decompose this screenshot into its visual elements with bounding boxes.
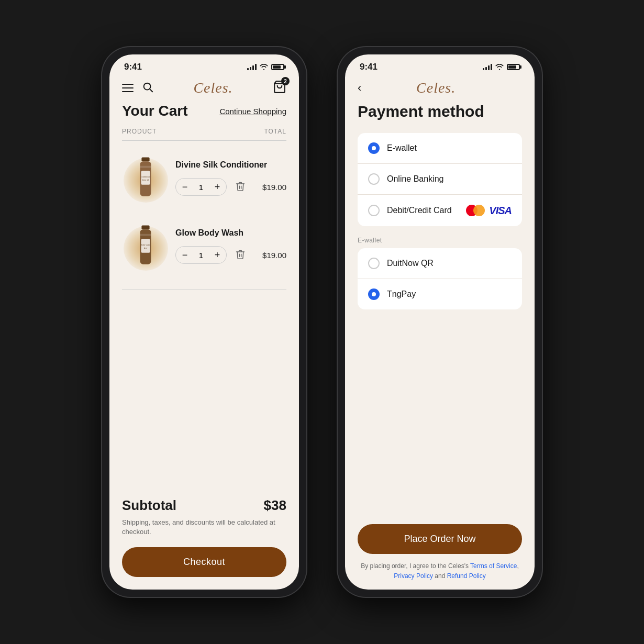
product-info-1: Divine Silk Conditioner − 1 + <box>175 160 286 196</box>
cart-phone: 9:41 <box>102 47 306 597</box>
subtotal-label: Subtotal <box>122 497 176 514</box>
payment-status-time: 9:41 <box>360 62 377 72</box>
cart-title: Your Cart <box>122 103 188 119</box>
qty-increase-2[interactable]: + <box>208 247 226 263</box>
product-bottle-1: conditioner divine silk <box>132 153 159 203</box>
cart-item-2: body wash glow Glow Body Wash − 1 + <box>122 217 286 275</box>
terms-comma: , <box>517 562 518 570</box>
payment-options-box: E-wallet Online Banking Debit/Credit Car… <box>358 133 522 226</box>
product-image-1: conditioner divine silk <box>122 149 169 207</box>
duitnow-label: DuitNow QR <box>387 259 434 268</box>
qty-control-2: − 1 + <box>175 246 227 264</box>
item-price-1: $19.00 <box>262 183 286 192</box>
cart-icon-wrapper[interactable]: 2 <box>273 80 286 96</box>
total-column-header: TOTAL <box>264 128 286 135</box>
payment-status-bar: 9:41 <box>345 54 535 75</box>
payment-phone: 9:41 ‹ Celes. <box>338 47 542 597</box>
payment-brand-logo: Celes. <box>416 80 456 96</box>
continue-shopping-link[interactable]: Continue Shopping <box>219 107 286 116</box>
item-price-2: $19.00 <box>262 251 286 260</box>
qty-decrease-2[interactable]: − <box>176 247 194 263</box>
payment-content: Payment method E-wallet Online Banking <box>345 103 535 590</box>
privacy-policy-link[interactable]: Privacy Policy <box>394 572 433 580</box>
banking-label: Online Banking <box>387 174 444 184</box>
mastercard-icon <box>466 204 485 217</box>
place-order-section: Place Order Now By placing order, I agre… <box>358 524 522 590</box>
subtotal-note: Shipping, taxes, and discounts will be c… <box>122 518 286 537</box>
qty-increase-1[interactable]: + <box>208 179 226 195</box>
brand-logo: Celes. <box>193 80 232 96</box>
status-time: 9:41 <box>124 62 142 72</box>
battery-icon <box>271 64 284 70</box>
signal-icon <box>247 64 257 70</box>
payment-signal-icon <box>483 64 492 70</box>
radio-ewallet <box>368 142 380 154</box>
place-order-button[interactable]: Place Order Now <box>358 524 522 554</box>
product-info-2: Glow Body Wash − 1 + <box>175 228 286 264</box>
product-bottle-2: body wash glow <box>132 221 159 271</box>
terms-and: and <box>433 572 447 580</box>
refund-policy-link[interactable]: Refund Policy <box>447 572 486 580</box>
subtotal-section: Subtotal $38 Shipping, taxes, and discou… <box>122 497 286 590</box>
cart-divider <box>122 290 286 290</box>
cart-badge: 2 <box>281 77 290 85</box>
product-name-1: Divine Silk Conditioner <box>175 160 286 170</box>
payment-option-card[interactable]: Debit/Credit Card VISA <box>358 195 522 226</box>
svg-rect-5 <box>140 165 151 168</box>
terms-text: By placing order, I agree to the Celes's… <box>358 561 522 581</box>
qty-value-2: 1 <box>194 251 208 260</box>
status-bar: 9:41 <box>109 54 299 75</box>
status-icons <box>247 64 284 70</box>
product-name-2: Glow Body Wash <box>175 228 286 238</box>
tngpay-label: TngPay <box>387 290 416 299</box>
terms-of-service-link[interactable]: Terms of Service <box>470 562 517 570</box>
nav-bar: Celes. 2 <box>109 75 299 103</box>
radio-card <box>368 205 380 216</box>
svg-text:divine silk: divine silk <box>142 179 149 181</box>
svg-rect-11 <box>140 234 151 236</box>
payment-battery-icon <box>507 64 520 70</box>
product-column-header: PRODUCT <box>122 128 157 135</box>
svg-text:glow: glow <box>144 247 148 249</box>
payment-option-duitnow[interactable]: DuitNow QR <box>358 248 522 279</box>
terms-prefix: By placing order, I agree to the Celes's <box>361 562 470 570</box>
payment-wifi-icon <box>495 64 504 70</box>
subtotal-row: Subtotal $38 <box>122 497 286 514</box>
payment-nav: ‹ Celes. <box>345 75 535 103</box>
back-button[interactable]: ‹ <box>358 81 361 95</box>
checkout-button[interactable]: Checkout <box>122 547 286 577</box>
svg-rect-9 <box>141 225 149 229</box>
payment-option-tngpay[interactable]: TngPay <box>358 279 522 309</box>
radio-tngpay <box>368 288 380 300</box>
hamburger-icon[interactable] <box>122 84 134 92</box>
ewallet-section-label: E-wallet <box>358 237 522 244</box>
ewallet-options-box: DuitNow QR TngPay <box>358 248 522 309</box>
delete-item-2[interactable] <box>233 247 248 263</box>
payment-status-icons <box>483 64 520 70</box>
radio-duitnow <box>368 258 380 269</box>
qty-decrease-1[interactable]: − <box>176 179 194 195</box>
svg-rect-3 <box>141 157 149 161</box>
product-image-2: body wash glow <box>122 217 169 275</box>
cart-content: Your Cart Continue Shopping PRODUCT TOTA… <box>109 103 299 590</box>
cart-header: Your Cart Continue Shopping <box>122 103 286 119</box>
radio-banking <box>368 173 380 185</box>
qty-value-1: 1 <box>194 183 208 192</box>
qty-control-1: − 1 + <box>175 178 227 196</box>
card-icons: VISA <box>466 204 512 217</box>
wifi-icon <box>260 64 268 70</box>
ewallet-label: E-wallet <box>387 143 417 153</box>
payment-title: Payment method <box>358 103 522 120</box>
delete-item-1[interactable] <box>233 179 248 195</box>
payment-option-ewallet[interactable]: E-wallet <box>358 133 522 164</box>
svg-text:conditioner: conditioner <box>141 175 150 177</box>
table-header: PRODUCT TOTAL <box>122 128 286 141</box>
svg-line-1 <box>150 89 152 92</box>
visa-icon: VISA <box>489 205 512 217</box>
cart-item: conditioner divine silk Divine Silk Cond… <box>122 149 286 207</box>
trash-icon-2 <box>235 249 246 260</box>
card-label: Debit/Credit Card <box>387 206 452 215</box>
search-icon[interactable] <box>142 81 153 95</box>
payment-option-banking[interactable]: Online Banking <box>358 164 522 195</box>
trash-icon-1 <box>235 181 246 192</box>
